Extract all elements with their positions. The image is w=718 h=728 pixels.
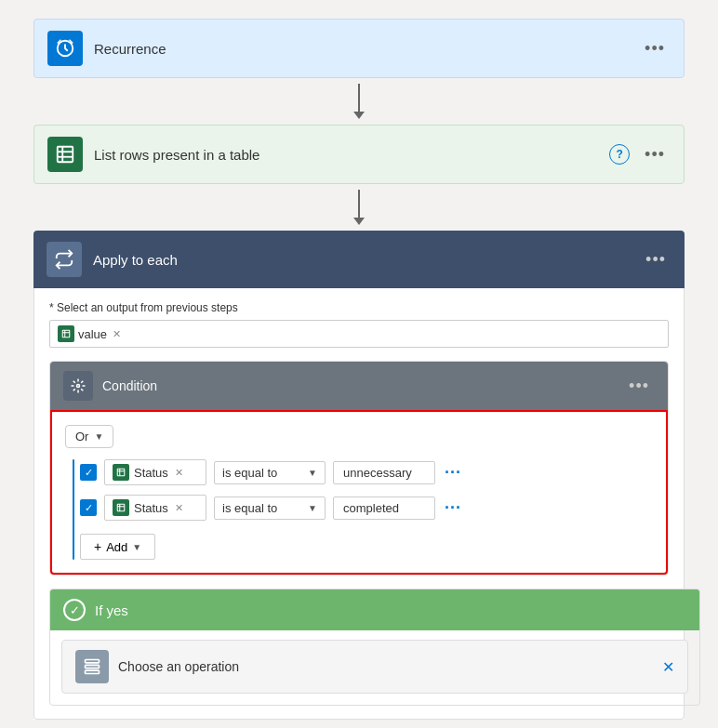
recurrence-more-button[interactable]: ••• <box>639 37 671 60</box>
listrows-more-button[interactable]: ••• <box>639 143 671 166</box>
condition-row-1: ✓ Status <box>80 459 653 485</box>
ifyes-section: ✓ If yes <box>49 589 669 706</box>
condition-title: Condition <box>102 378 623 393</box>
condition-indent: ✓ Status <box>65 459 653 560</box>
row-2-more-button[interactable]: ··· <box>443 496 463 520</box>
apply-more-button[interactable]: ••• <box>640 248 671 271</box>
choose-operation-card: Choose an operation ✕ <box>61 640 688 694</box>
ifyes-header: ✓ If yes <box>50 589 699 630</box>
field-1-label: Status <box>134 466 168 480</box>
value-1: unnecessary <box>333 461 435 484</box>
checkbox-2[interactable]: ✓ <box>80 499 97 516</box>
svg-rect-9 <box>117 469 125 476</box>
tag-value-text: value <box>78 327 107 341</box>
ifyes-card: ✓ If yes <box>49 589 700 706</box>
operator-1-label: is equal to <box>222 466 277 480</box>
operator-2-label: is equal to <box>222 501 277 515</box>
recurrence-icon <box>47 31 83 66</box>
recurrence-card: Recurrence ••• <box>33 19 685 78</box>
operator-2-chevron: ▼ <box>308 503 317 513</box>
svg-rect-16 <box>86 665 100 668</box>
flow-container: Recurrence ••• List rows present in a ta… <box>19 19 699 720</box>
condition-more-button[interactable]: ••• <box>623 375 655 398</box>
choose-icon <box>75 650 109 683</box>
apply-header: Apply to each ••• <box>33 231 685 288</box>
row-1-more-button[interactable]: ··· <box>443 461 463 484</box>
svg-rect-12 <box>117 504 125 511</box>
add-condition-button[interactable]: + Add ▼ <box>80 534 155 560</box>
field-2: Status ✕ <box>104 495 206 521</box>
or-label: Or <box>75 430 88 443</box>
field-2-label: Status <box>134 501 168 515</box>
operator-1[interactable]: is equal to ▼ <box>214 461 326 484</box>
add-chevron-icon: ▼ <box>132 542 141 552</box>
checkbox-1[interactable]: ✓ <box>80 464 97 481</box>
choose-header: Choose an operation ✕ <box>62 641 687 693</box>
listrows-help-button[interactable]: ? <box>609 144 630 165</box>
or-chevron-icon: ▼ <box>94 431 103 442</box>
choose-title: Choose an operation <box>118 659 239 674</box>
field-1-icon <box>113 464 129 481</box>
apply-body: * Select an output from previous steps v… <box>33 288 685 720</box>
operator-2[interactable]: is equal to ▼ <box>214 496 326 520</box>
field-2-icon <box>113 499 129 516</box>
recurrence-title: Recurrence <box>94 41 639 57</box>
field-1-remove[interactable]: ✕ <box>175 467 183 479</box>
condition-block: Condition ••• Or ▼ ✓ <box>49 361 669 576</box>
conditions-list: ✓ Status <box>80 459 653 560</box>
value-tag: value ✕ <box>58 325 121 342</box>
condition-row-2: ✓ Status <box>80 495 653 521</box>
field-2-remove[interactable]: ✕ <box>175 502 183 514</box>
arrow-2 <box>353 184 365 231</box>
operator-1-chevron: ▼ <box>308 468 317 478</box>
svg-rect-15 <box>86 660 100 663</box>
add-label: Add <box>106 540 127 554</box>
apply-to-each-card: Apply to each ••• * Select an output fro… <box>33 231 685 720</box>
ifyes-title: If yes <box>95 602 128 618</box>
condition-header: Condition ••• <box>50 362 668 410</box>
listrows-card: List rows present in a table ? ••• <box>33 125 685 184</box>
condition-body: Or ▼ ✓ <box>50 410 668 575</box>
listrows-title: List rows present in a table <box>94 147 609 163</box>
select-output-label: * Select an output from previous steps <box>49 301 669 314</box>
svg-point-8 <box>77 385 80 388</box>
field-1: Status ✕ <box>104 459 206 485</box>
listrows-icon <box>47 137 83 172</box>
tag-remove-button[interactable]: ✕ <box>113 328 121 340</box>
choose-close-button[interactable]: ✕ <box>662 658 674 676</box>
output-tag-input[interactable]: value ✕ <box>49 320 669 348</box>
value-2: completed <box>333 496 435 520</box>
apply-title: Apply to each <box>93 252 640 268</box>
svg-rect-5 <box>62 330 70 338</box>
value-tag-icon <box>58 325 74 342</box>
or-dropdown[interactable]: Or ▼ <box>65 425 113 448</box>
indent-line <box>73 459 74 560</box>
condition-icon <box>63 371 93 401</box>
svg-rect-17 <box>86 670 100 673</box>
apply-icon <box>47 242 82 277</box>
svg-rect-1 <box>58 147 73 163</box>
add-plus-icon: + <box>94 539 101 554</box>
ifyes-check-icon: ✓ <box>63 599 86 621</box>
arrow-1 <box>353 78 365 125</box>
